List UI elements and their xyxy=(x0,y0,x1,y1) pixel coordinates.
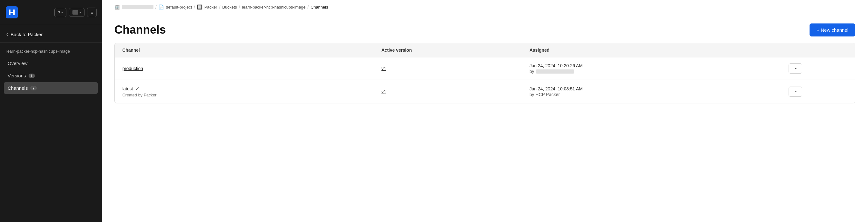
collapse-icon: « xyxy=(91,10,93,15)
actions-cell-latest: ··· xyxy=(781,80,855,103)
assigned-by: by HCP Packer xyxy=(530,92,774,97)
sidebar-item-overview[interactable]: Overview xyxy=(4,58,98,69)
table-row: latest ✓ Created by Packer v1 Jan 24, 20… xyxy=(115,80,855,103)
channel-cell-content: latest ✓ Created by Packer xyxy=(122,86,366,97)
breadcrumb-packer[interactable]: Packer xyxy=(204,5,217,9)
checkmark-icon: ✓ xyxy=(135,86,140,91)
breadcrumb-sep: / xyxy=(219,4,220,9)
actions-cell-production: ··· xyxy=(781,58,855,80)
channel-name-row: production xyxy=(122,66,366,71)
column-header-assigned: Assigned xyxy=(522,43,781,58)
channel-cell-content: production xyxy=(122,66,366,71)
page-title: Channels xyxy=(114,23,166,36)
main-content: 🏢 / 📄 default-project / 🔲 Packer / Bucke… xyxy=(102,0,868,222)
breadcrumb-sep: / xyxy=(194,4,195,9)
version-link[interactable]: v1 xyxy=(381,66,386,71)
column-header-active-version: Active version xyxy=(374,43,522,58)
sidebar-section-label: learn-packer-hcp-hashicups-image xyxy=(0,42,102,56)
help-button[interactable]: ? ▾ xyxy=(54,8,66,17)
channels-table-container: Channel Active version Assigned producti… xyxy=(114,43,855,103)
breadcrumb-current: Channels xyxy=(311,5,328,9)
page-header: Channels + New channel xyxy=(102,14,868,43)
assigned-cell-production: Jan 24, 2024, 10:20:26 AM by xyxy=(522,58,781,80)
new-channel-button[interactable]: + New channel xyxy=(810,24,855,36)
org-selector-button[interactable]: ▾ xyxy=(69,8,85,17)
row-actions-button[interactable]: ··· xyxy=(788,86,802,97)
collapse-sidebar-button[interactable]: « xyxy=(87,8,97,17)
back-to-packer-link[interactable]: ‹ Back to Packer xyxy=(0,25,102,42)
sidebar-item-label: Overview xyxy=(8,61,28,66)
org-breadcrumb-blurred xyxy=(122,5,153,9)
breadcrumb-bucket[interactable]: learn-packer-hcp-hashicups-image xyxy=(242,5,306,9)
sidebar-item-channels[interactable]: Channels 2 xyxy=(4,82,98,94)
channels-badge: 2 xyxy=(30,86,36,90)
breadcrumb-sep: / xyxy=(308,4,309,9)
packer-icon: 🔲 xyxy=(197,4,203,9)
version-cell-latest: v1 xyxy=(374,80,522,103)
assigned-date: Jan 24, 2024, 10:20:26 AM xyxy=(530,63,774,68)
breadcrumb: 🏢 / 📄 default-project / 🔲 Packer / Bucke… xyxy=(102,0,868,14)
left-arrow-icon: ‹ xyxy=(6,31,8,37)
sidebar-nav: Overview Versions 1 Channels 2 xyxy=(0,56,102,95)
assigned-cell-content: Jan 24, 2024, 10:20:26 AM by xyxy=(530,63,774,74)
chevron-down-icon: ▾ xyxy=(80,11,81,14)
channel-cell-latest: latest ✓ Created by Packer xyxy=(115,80,374,103)
breadcrumb-sep: / xyxy=(155,4,157,9)
assigned-cell-content: Jan 24, 2024, 10:08:51 AM by HCP Packer xyxy=(530,86,774,97)
version-link[interactable]: v1 xyxy=(381,89,386,94)
hcp-logo xyxy=(5,6,19,19)
row-actions-button[interactable]: ··· xyxy=(788,64,802,74)
assigned-cell-latest: Jan 24, 2024, 10:08:51 AM by HCP Packer xyxy=(522,80,781,103)
project-icon: 📄 xyxy=(159,4,164,9)
channel-cell-production: production xyxy=(115,58,374,80)
assigned-by-blurred xyxy=(536,69,574,74)
channel-sub-label: Created by Packer xyxy=(122,92,366,97)
org-breadcrumb-icon: 🏢 xyxy=(114,4,120,9)
org-icon xyxy=(72,10,78,14)
sidebar-item-label: Versions xyxy=(8,73,26,78)
question-icon: ? xyxy=(58,10,60,15)
sidebar-item-versions[interactable]: Versions 1 xyxy=(4,70,98,81)
channel-name-row: latest ✓ xyxy=(122,86,366,91)
sidebar-header-controls: ? ▾ ▾ « xyxy=(54,8,97,17)
breadcrumb-project[interactable]: default-project xyxy=(166,5,192,9)
assigned-by: by xyxy=(530,69,774,74)
sidebar: ? ▾ ▾ « ‹ Back to Packer learn-packer-hc… xyxy=(0,0,102,222)
version-cell-production: v1 xyxy=(374,58,522,80)
versions-badge: 1 xyxy=(29,74,35,78)
chevron-down-icon: ▾ xyxy=(61,11,63,14)
column-header-actions xyxy=(781,43,855,58)
ellipsis-icon: ··· xyxy=(793,66,798,71)
breadcrumb-buckets[interactable]: Buckets xyxy=(222,5,237,9)
assigned-by-prefix: by xyxy=(530,69,534,74)
channel-name-link[interactable]: production xyxy=(122,66,143,71)
channels-table: Channel Active version Assigned producti… xyxy=(115,43,855,103)
sidebar-header: ? ▾ ▾ « xyxy=(0,0,102,25)
channel-name-link[interactable]: latest xyxy=(122,86,133,91)
breadcrumb-sep: / xyxy=(239,4,240,9)
back-to-packer-label: Back to Packer xyxy=(10,32,42,37)
table-row: production v1 Jan 24, 2024, 10:20:26 AM … xyxy=(115,58,855,80)
column-header-channel: Channel xyxy=(115,43,374,58)
assigned-date: Jan 24, 2024, 10:08:51 AM xyxy=(530,86,774,91)
table-header-row: Channel Active version Assigned xyxy=(115,43,855,58)
ellipsis-icon: ··· xyxy=(793,89,798,95)
sidebar-item-label: Channels xyxy=(8,85,28,91)
